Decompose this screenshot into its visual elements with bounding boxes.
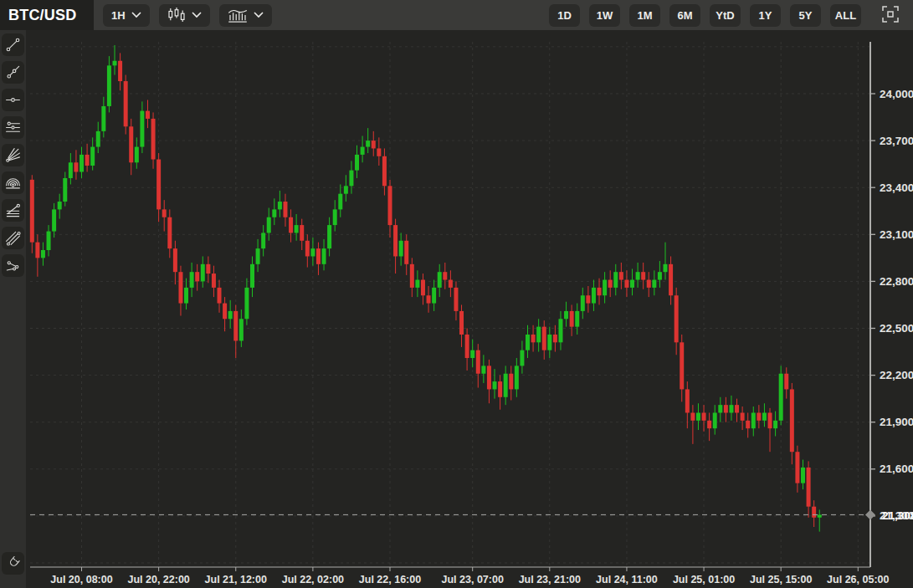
candlestick-chart[interactable]: Jul 20, 08:00Jul 20, 22:00Jul 21, 12:00J… <box>26 30 913 588</box>
candle-body <box>388 186 392 225</box>
candle-body <box>151 119 156 160</box>
chart-area[interactable]: Jul 20, 08:00Jul 20, 22:00Jul 21, 12:00J… <box>26 30 913 588</box>
candle-body <box>107 65 111 106</box>
candle-body <box>427 295 431 303</box>
candle-body <box>432 288 436 304</box>
candle-body <box>509 374 513 390</box>
candle-body <box>685 389 690 412</box>
candle-body <box>570 311 574 327</box>
horizontal-rays-tool[interactable] <box>2 116 24 139</box>
candle-body <box>167 217 172 248</box>
symbol-title: BTC/USD <box>0 0 94 30</box>
candle-body <box>713 412 717 428</box>
candle-body <box>146 111 150 119</box>
candle-body <box>707 421 711 428</box>
candle-body <box>465 335 469 358</box>
candle-body <box>85 155 90 166</box>
x-axis-label: Jul 26, 05:00 <box>827 574 889 585</box>
gann-fan-tool[interactable] <box>2 144 24 166</box>
current-price-marker <box>865 509 875 519</box>
candle-body <box>812 507 816 518</box>
candle-body <box>586 295 590 303</box>
candle-body <box>96 131 100 147</box>
candle-body <box>664 264 668 272</box>
magnet-mode-tool[interactable] <box>2 552 24 575</box>
candle-body <box>173 248 177 272</box>
candle-body <box>493 381 497 389</box>
y-axis-label: 22,800 <box>880 275 913 288</box>
speed-resistance-lines-tool[interactable] <box>2 199 24 222</box>
candle-body <box>162 209 167 217</box>
candle-body <box>690 412 695 420</box>
candle-body <box>487 366 491 389</box>
candle-body <box>344 186 348 193</box>
candle-body <box>140 111 144 147</box>
x-axis-label: Jul 22, 02:00 <box>282 574 344 585</box>
candle-body <box>790 389 794 452</box>
candle-body <box>598 288 602 295</box>
candle-body <box>349 171 353 187</box>
candle-body <box>619 272 623 279</box>
range-button-ytd[interactable]: YtD <box>710 4 741 27</box>
candle-body <box>454 288 458 311</box>
y-axis-label: 22,500 <box>880 322 913 335</box>
candle-body <box>35 243 39 258</box>
candle-body <box>735 405 739 412</box>
candle-body <box>536 327 541 343</box>
chevron-down-icon <box>192 12 202 18</box>
candle-body <box>63 178 67 202</box>
candle-body <box>575 311 579 327</box>
fib-arcs-tool[interactable] <box>2 171 24 194</box>
candle-body <box>498 381 502 397</box>
candle-body <box>250 264 254 288</box>
horizontal-line-tool[interactable] <box>2 89 24 111</box>
candle-body <box>757 412 761 420</box>
y-axis-label: 23,400 <box>880 182 913 194</box>
indicators-dropdown[interactable] <box>219 4 272 27</box>
candle-body <box>228 311 233 319</box>
range-button-all[interactable]: ALL <box>830 4 861 27</box>
candle-body <box>718 405 722 412</box>
trend-line-tool[interactable] <box>2 33 24 56</box>
candle-body <box>647 280 651 288</box>
fullscreen-button[interactable] <box>880 4 901 26</box>
chevron-down-icon <box>131 12 141 18</box>
candlestick-icon <box>167 8 186 23</box>
ray-line-tool[interactable] <box>2 61 24 84</box>
candle-body <box>818 514 822 517</box>
trend-segments-tool[interactable] <box>2 254 24 277</box>
candle-body <box>135 147 139 163</box>
y-axis-label: 21,900 <box>880 416 913 428</box>
candle-body <box>278 202 282 209</box>
candle-body <box>779 374 783 421</box>
range-button-1y[interactable]: 1Y <box>750 4 781 27</box>
candle-body <box>741 412 745 420</box>
range-button-1d[interactable]: 1D <box>549 4 580 27</box>
parallel-channel-tool[interactable] <box>2 227 24 249</box>
x-axis-label: Jul 23, 07:00 <box>442 574 504 585</box>
interval-dropdown[interactable]: 1H <box>103 4 150 27</box>
y-axis-label: 21,600 <box>880 463 913 475</box>
y-axis-label: 22,200 <box>880 369 913 381</box>
candle-body <box>547 335 551 350</box>
candle-style-dropdown[interactable] <box>159 4 210 27</box>
chevron-down-icon <box>254 12 264 18</box>
candle-body <box>481 366 485 373</box>
candle-body <box>305 241 310 257</box>
candle-body <box>118 61 122 81</box>
candle-body <box>399 241 403 257</box>
range-button-6m[interactable]: 6M <box>669 4 700 27</box>
candle-body <box>310 248 315 256</box>
candle-body <box>316 248 321 264</box>
candle-body <box>295 225 299 233</box>
candle-body <box>784 374 788 390</box>
y-axis-label: 23,700 <box>880 135 913 147</box>
range-button-1w[interactable]: 1W <box>589 4 620 27</box>
candle-body <box>410 264 414 288</box>
range-button-5y[interactable]: 5Y <box>790 4 821 27</box>
candle-body <box>421 280 425 296</box>
candle-body <box>101 106 105 131</box>
range-button-1m[interactable]: 1M <box>629 4 660 27</box>
candle-body <box>669 264 673 295</box>
candle-body <box>641 272 645 279</box>
